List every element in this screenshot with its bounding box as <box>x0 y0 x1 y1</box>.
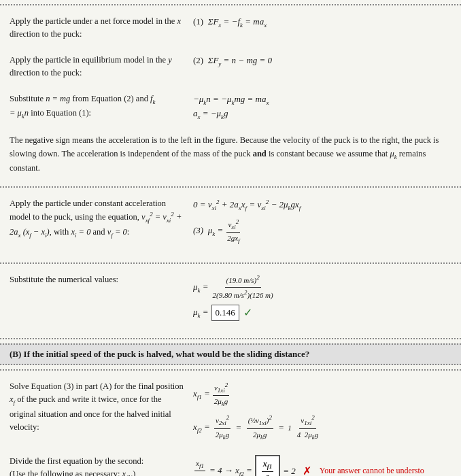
part-b-text: (B) If the initial speed of the puck is … <box>10 349 309 359</box>
formula-numerical: μk = (19.0 m/s)2 2(9.80 m/s2)(126 m) μk … <box>186 273 451 322</box>
section-net-force: Apply the particle under a net force mod… <box>0 10 461 54</box>
row-substitute-n: Substitute n = mg from Equation (2) and … <box>10 92 451 122</box>
section-solve: Solve Equation (3) in part (A) for the f… <box>0 375 461 455</box>
your-answer-text: Your answer cannot be understo <box>320 464 424 476</box>
text-net-force: Apply the particle under a net force mod… <box>10 15 186 41</box>
formula-net-force: (1) ΣFx = −fk = max <box>186 15 451 30</box>
mid-border-2 <box>0 262 461 264</box>
text-substitute-n: Substitute n = mg from Equation (2) and … <box>10 92 186 122</box>
text-divide: Divide the first equation by the second:… <box>10 455 186 477</box>
row-numerical: Substitute the numerical values: μk = (1… <box>10 273 451 322</box>
section-substitute-n: Substitute n = mg from Equation (2) and … <box>0 92 461 135</box>
section-numerical: Substitute the numerical values: μk = (1… <box>0 268 461 334</box>
formula-divide: xf1 xf2 = 4 → xf2 = xf1 2 = 2 ✗ <box>186 455 451 477</box>
row-const-accel: Apply the particle under constant accele… <box>10 197 451 246</box>
section-equilibrium: Apply the particle in equilibrium model … <box>0 54 461 92</box>
text-explanation: The negative sign means the acceleration… <box>10 134 451 175</box>
wrong-x-icon: ✗ <box>303 462 311 476</box>
section-divide: Divide the first equation by the second:… <box>0 455 461 477</box>
answer-xf2: xf1 2 <box>255 455 281 477</box>
formula-substitute-n: −μkn = −μkmg = max ax = −μkg <box>186 92 451 122</box>
text-numerical: Substitute the numerical values: <box>10 273 186 286</box>
answer-0146: 0.146 <box>211 305 239 322</box>
page: Apply the particle under a net force mod… <box>0 4 461 476</box>
mid-border-3 <box>0 338 461 339</box>
check-icon: ✓ <box>243 304 252 322</box>
row-solve: Solve Equation (3) in part (A) for the f… <box>10 380 451 443</box>
mid-border-1 <box>0 186 461 188</box>
text-const-accel: Apply the particle under constant accele… <box>10 197 186 240</box>
top-border <box>0 4 461 5</box>
mid-border-4 <box>0 369 461 371</box>
formula-const-accel: 0 = vxi2 + 2axxf = vxi2 − 2μkgxf (3) μk … <box>186 197 451 246</box>
text-solve: Solve Equation (3) in part (A) for the f… <box>10 380 186 435</box>
part-b-header: (B) If the initial speed of the puck is … <box>0 343 461 365</box>
row-net-force: Apply the particle under a net force mod… <box>10 15 451 41</box>
section-const-accel: Apply the particle under constant accele… <box>0 192 461 258</box>
row-divide: Divide the first equation by the second:… <box>10 455 451 477</box>
section-explanation: The negative sign means the acceleration… <box>0 134 461 182</box>
text-equilibrium: Apply the particle in equilibrium model … <box>10 54 186 80</box>
formula-equilibrium: (2) ΣFy = n − mg = 0 <box>186 54 451 69</box>
formula-solve: xf1 = v1xi2 2μkg xf2 = v2xi2 2μkg = <box>186 380 451 443</box>
row-equilibrium: Apply the particle in equilibrium model … <box>10 54 451 80</box>
